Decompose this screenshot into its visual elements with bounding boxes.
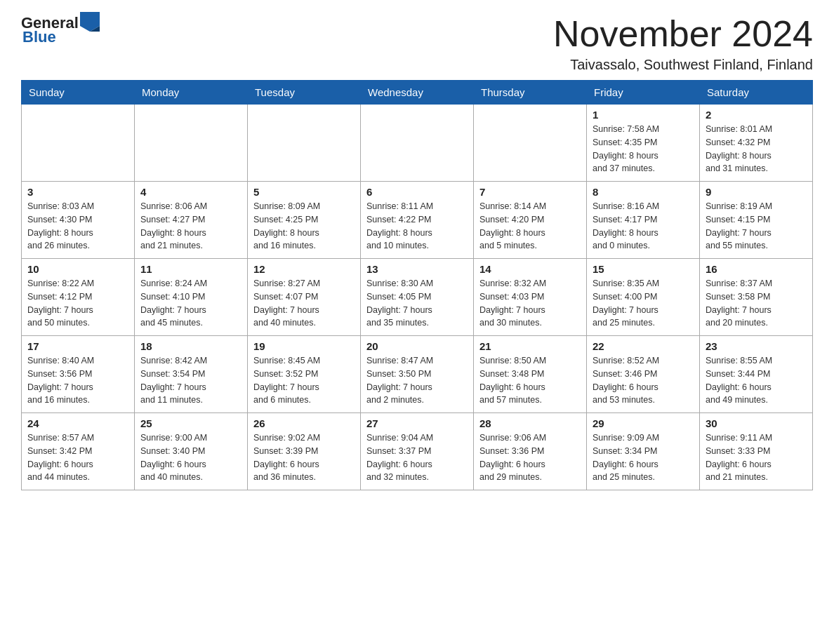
calendar-cell: 28Sunrise: 9:06 AM Sunset: 3:36 PM Dayli… — [474, 413, 587, 490]
calendar-cell: 18Sunrise: 8:42 AM Sunset: 3:54 PM Dayli… — [135, 336, 248, 413]
day-info: Sunrise: 8:27 AM Sunset: 4:07 PM Dayligh… — [253, 277, 355, 330]
day-info: Sunrise: 8:06 AM Sunset: 4:27 PM Dayligh… — [140, 200, 241, 253]
logo-icon — [80, 12, 100, 32]
calendar-cell: 3Sunrise: 8:03 AM Sunset: 4:30 PM Daylig… — [22, 182, 135, 259]
calendar-cell: 1Sunrise: 7:58 AM Sunset: 4:35 PM Daylig… — [587, 105, 700, 182]
calendar-cell: 20Sunrise: 8:47 AM Sunset: 3:50 PM Dayli… — [361, 336, 474, 413]
calendar-cell: 24Sunrise: 8:57 AM Sunset: 3:42 PM Dayli… — [22, 413, 135, 490]
day-info: Sunrise: 8:45 AM Sunset: 3:52 PM Dayligh… — [253, 354, 355, 407]
day-number: 11 — [140, 263, 241, 275]
day-number: 30 — [706, 417, 807, 429]
day-number: 13 — [366, 263, 468, 275]
day-number: 4 — [140, 186, 241, 198]
calendar-week-row: 3Sunrise: 8:03 AM Sunset: 4:30 PM Daylig… — [22, 182, 813, 259]
calendar-cell: 8Sunrise: 8:16 AM Sunset: 4:17 PM Daylig… — [587, 182, 700, 259]
calendar-cell: 4Sunrise: 8:06 AM Sunset: 4:27 PM Daylig… — [135, 182, 248, 259]
day-number: 20 — [366, 340, 468, 352]
day-info: Sunrise: 8:57 AM Sunset: 3:42 PM Dayligh… — [27, 431, 128, 484]
day-number: 25 — [140, 417, 241, 429]
day-info: Sunrise: 8:35 AM Sunset: 4:00 PM Dayligh… — [593, 277, 694, 330]
calendar-cell: 11Sunrise: 8:24 AM Sunset: 4:10 PM Dayli… — [135, 259, 248, 336]
calendar-weekday-friday: Friday — [587, 81, 700, 105]
calendar-cell: 15Sunrise: 8:35 AM Sunset: 4:00 PM Dayli… — [587, 259, 700, 336]
calendar-cell: 27Sunrise: 9:04 AM Sunset: 3:37 PM Dayli… — [361, 413, 474, 490]
logo-blue: Blue — [22, 28, 56, 46]
day-number: 29 — [593, 417, 694, 429]
calendar-cell: 26Sunrise: 9:02 AM Sunset: 3:39 PM Dayli… — [248, 413, 361, 490]
day-info: Sunrise: 8:32 AM Sunset: 4:03 PM Dayligh… — [479, 277, 581, 330]
calendar-weekday-thursday: Thursday — [474, 81, 587, 105]
calendar-weekday-wednesday: Wednesday — [361, 81, 474, 105]
calendar-cell: 9Sunrise: 8:19 AM Sunset: 4:15 PM Daylig… — [700, 182, 813, 259]
day-number: 9 — [706, 186, 807, 198]
calendar-cell: 7Sunrise: 8:14 AM Sunset: 4:20 PM Daylig… — [474, 182, 587, 259]
calendar-week-row: 1Sunrise: 7:58 AM Sunset: 4:35 PM Daylig… — [22, 105, 813, 182]
day-number: 8 — [593, 186, 694, 198]
calendar-cell — [22, 105, 135, 182]
calendar-cell: 2Sunrise: 8:01 AM Sunset: 4:32 PM Daylig… — [700, 105, 813, 182]
day-number: 3 — [27, 186, 128, 198]
day-number: 22 — [593, 340, 694, 352]
day-number: 26 — [253, 417, 355, 429]
calendar-weekday-saturday: Saturday — [700, 81, 813, 105]
day-number: 10 — [27, 263, 128, 275]
day-info: Sunrise: 8:30 AM Sunset: 4:05 PM Dayligh… — [366, 277, 468, 330]
calendar-cell: 12Sunrise: 8:27 AM Sunset: 4:07 PM Dayli… — [248, 259, 361, 336]
day-number: 7 — [479, 186, 581, 198]
calendar-cell: 29Sunrise: 9:09 AM Sunset: 3:34 PM Dayli… — [587, 413, 700, 490]
day-info: Sunrise: 7:58 AM Sunset: 4:35 PM Dayligh… — [593, 123, 694, 175]
calendar-cell: 23Sunrise: 8:55 AM Sunset: 3:44 PM Dayli… — [700, 336, 813, 413]
day-info: Sunrise: 9:02 AM Sunset: 3:39 PM Dayligh… — [253, 431, 355, 484]
logo: General Blue — [21, 14, 100, 46]
day-number: 27 — [366, 417, 468, 429]
day-info: Sunrise: 8:09 AM Sunset: 4:25 PM Dayligh… — [253, 200, 355, 253]
calendar-week-row: 24Sunrise: 8:57 AM Sunset: 3:42 PM Dayli… — [22, 413, 813, 490]
calendar-weekday-tuesday: Tuesday — [248, 81, 361, 105]
month-title: November 2024 — [553, 14, 813, 54]
day-number: 15 — [593, 263, 694, 275]
day-info: Sunrise: 8:55 AM Sunset: 3:44 PM Dayligh… — [706, 354, 807, 407]
title-block: November 2024 Taivassalo, Southwest Finl… — [553, 14, 813, 73]
day-info: Sunrise: 8:11 AM Sunset: 4:22 PM Dayligh… — [366, 200, 468, 253]
calendar-cell: 17Sunrise: 8:40 AM Sunset: 3:56 PM Dayli… — [22, 336, 135, 413]
calendar-cell — [361, 105, 474, 182]
calendar-cell: 6Sunrise: 8:11 AM Sunset: 4:22 PM Daylig… — [361, 182, 474, 259]
day-number: 2 — [706, 109, 807, 121]
day-number: 28 — [479, 417, 581, 429]
calendar-cell: 5Sunrise: 8:09 AM Sunset: 4:25 PM Daylig… — [248, 182, 361, 259]
day-info: Sunrise: 9:04 AM Sunset: 3:37 PM Dayligh… — [366, 431, 468, 484]
day-number: 14 — [479, 263, 581, 275]
day-number: 1 — [593, 109, 694, 121]
day-info: Sunrise: 8:01 AM Sunset: 4:32 PM Dayligh… — [706, 123, 807, 175]
calendar-cell: 10Sunrise: 8:22 AM Sunset: 4:12 PM Dayli… — [22, 259, 135, 336]
page-header: General Blue November 2024 Taivassalo, S… — [21, 14, 813, 73]
day-info: Sunrise: 8:37 AM Sunset: 3:58 PM Dayligh… — [706, 277, 807, 330]
day-info: Sunrise: 9:09 AM Sunset: 3:34 PM Dayligh… — [593, 431, 694, 484]
calendar-cell: 30Sunrise: 9:11 AM Sunset: 3:33 PM Dayli… — [700, 413, 813, 490]
calendar-header-row: SundayMondayTuesdayWednesdayThursdayFrid… — [22, 81, 813, 105]
day-info: Sunrise: 8:14 AM Sunset: 4:20 PM Dayligh… — [479, 200, 581, 253]
day-info: Sunrise: 8:52 AM Sunset: 3:46 PM Dayligh… — [593, 354, 694, 407]
day-number: 17 — [27, 340, 128, 352]
calendar-week-row: 17Sunrise: 8:40 AM Sunset: 3:56 PM Dayli… — [22, 336, 813, 413]
calendar-cell — [135, 105, 248, 182]
day-number: 24 — [27, 417, 128, 429]
day-number: 16 — [706, 263, 807, 275]
calendar-cell: 22Sunrise: 8:52 AM Sunset: 3:46 PM Dayli… — [587, 336, 700, 413]
day-info: Sunrise: 9:11 AM Sunset: 3:33 PM Dayligh… — [706, 431, 807, 484]
calendar-cell: 19Sunrise: 8:45 AM Sunset: 3:52 PM Dayli… — [248, 336, 361, 413]
day-info: Sunrise: 8:50 AM Sunset: 3:48 PM Dayligh… — [479, 354, 581, 407]
day-number: 23 — [706, 340, 807, 352]
day-info: Sunrise: 8:22 AM Sunset: 4:12 PM Dayligh… — [27, 277, 128, 330]
day-info: Sunrise: 8:03 AM Sunset: 4:30 PM Dayligh… — [27, 200, 128, 253]
day-info: Sunrise: 8:47 AM Sunset: 3:50 PM Dayligh… — [366, 354, 468, 407]
day-number: 19 — [253, 340, 355, 352]
calendar-week-row: 10Sunrise: 8:22 AM Sunset: 4:12 PM Dayli… — [22, 259, 813, 336]
day-info: Sunrise: 8:16 AM Sunset: 4:17 PM Dayligh… — [593, 200, 694, 253]
day-number: 6 — [366, 186, 468, 198]
calendar-cell — [248, 105, 361, 182]
day-number: 12 — [253, 263, 355, 275]
calendar-cell: 14Sunrise: 8:32 AM Sunset: 4:03 PM Dayli… — [474, 259, 587, 336]
calendar-cell: 13Sunrise: 8:30 AM Sunset: 4:05 PM Dayli… — [361, 259, 474, 336]
calendar-cell — [474, 105, 587, 182]
